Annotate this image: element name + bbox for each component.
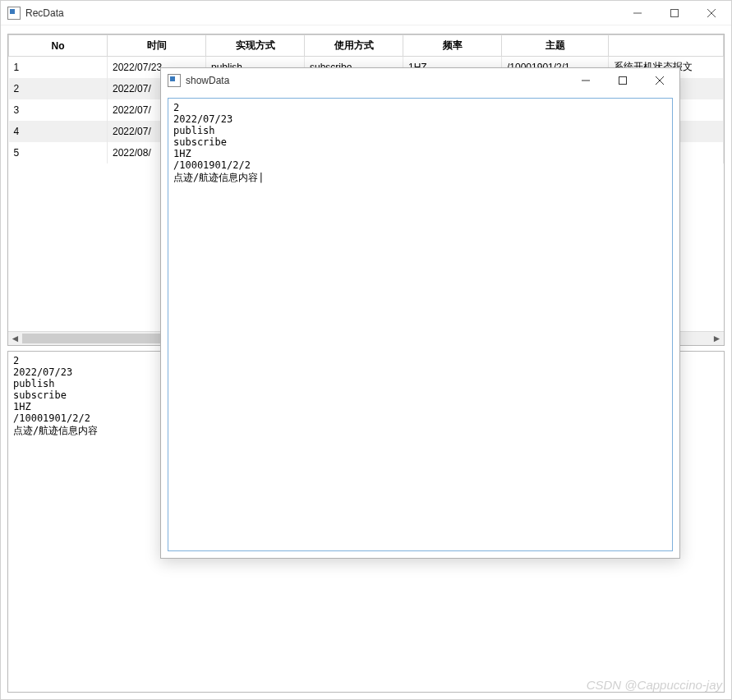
close-button[interactable] (641, 69, 678, 93)
col-time[interactable]: 时间 (108, 35, 206, 57)
main-titlebar[interactable]: RecData (1, 1, 731, 25)
col-topic[interactable]: 主题 (502, 35, 609, 57)
child-content: 2 2022/07/23 publish subscribe 1HZ /1000… (168, 98, 673, 551)
table-header-row: No 时间 实现方式 使用方式 频率 主题 (9, 35, 724, 57)
maximize-button[interactable] (656, 1, 693, 25)
scroll-left-arrow[interactable]: ◄ (8, 332, 22, 346)
svg-rect-5 (619, 77, 626, 85)
col-no[interactable]: No (9, 35, 108, 57)
main-window-controls (619, 1, 730, 25)
child-titlebar[interactable]: showData (161, 68, 679, 93)
show-data-window[interactable]: showData 2 2022/07/23 publish subscribe … (160, 67, 680, 559)
svg-rect-1 (670, 9, 678, 16)
table-cell[interactable]: 5 (9, 142, 108, 163)
main-window-title: RecData (25, 7, 64, 19)
col-use[interactable]: 使用方式 (305, 35, 403, 57)
table-cell[interactable]: 3 (9, 99, 108, 121)
minimize-button[interactable] (567, 69, 604, 93)
child-window-controls (567, 69, 678, 93)
app-icon (168, 74, 181, 87)
app-icon (7, 7, 21, 20)
col-freq[interactable]: 频率 (403, 35, 502, 57)
child-window-title: showData (186, 75, 229, 86)
show-data-textbox[interactable]: 2 2022/07/23 publish subscribe 1HZ /1000… (168, 98, 673, 551)
scroll-right-arrow[interactable]: ► (710, 332, 724, 346)
col-desc[interactable] (609, 35, 724, 57)
table-cell[interactable]: 1 (9, 57, 108, 78)
table-cell[interactable]: 4 (9, 121, 108, 142)
minimize-button[interactable] (619, 1, 656, 25)
table-cell[interactable]: 2 (9, 78, 108, 99)
close-button[interactable] (693, 1, 730, 25)
col-impl[interactable]: 实现方式 (206, 35, 305, 57)
maximize-button[interactable] (604, 69, 641, 93)
